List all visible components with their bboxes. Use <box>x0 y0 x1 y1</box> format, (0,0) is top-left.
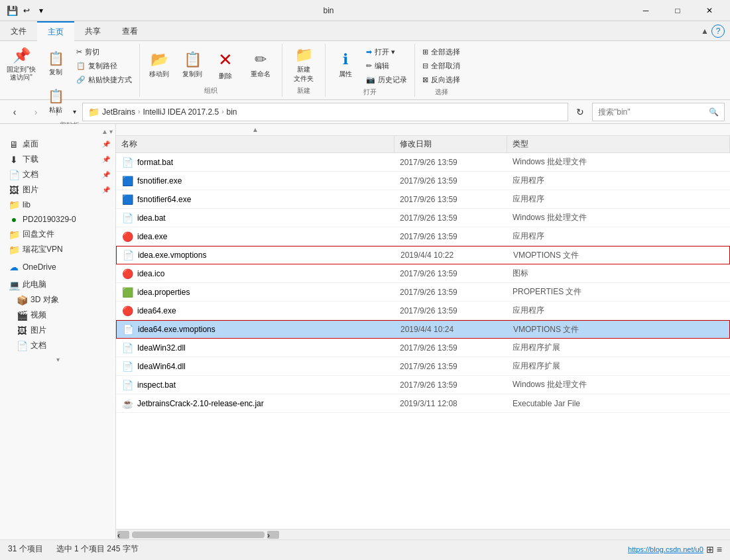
paste-shortcut-button[interactable]: 🔗 粘贴快捷方式 <box>73 73 135 86</box>
file-row[interactable]: 📄 IdeaWin32.dll 2017/9/26 13:59 应用程序扩展 <box>116 339 730 357</box>
sidebar-item-documents2[interactable]: 📄 文档 <box>0 338 115 353</box>
file-row-idea-vmoptions[interactable]: 📄 idea.exe.vmoptions 2019/4/4 10:22 VMOP… <box>116 246 730 264</box>
minimize-button[interactable]: ─ <box>631 0 661 21</box>
file-row[interactable]: 📄 idea.bat 2017/9/26 13:59 Windows 批处理文件 <box>116 209 730 227</box>
forward-button[interactable]: › <box>27 103 45 121</box>
open-arrow-icon: ➡ <box>366 48 372 56</box>
file-row[interactable]: 🟦 fsnotifier64.exe 2017/9/26 13:59 应用程序 <box>116 190 730 209</box>
desktop-pin-icon: 📌 <box>102 140 110 148</box>
move-to-button[interactable]: 📂 移动到 <box>144 45 174 85</box>
address-part-idea[interactable]: IntelliJ IDEA 2017.2.5 <box>143 107 219 117</box>
help-icon[interactable]: ? <box>711 25 725 38</box>
file-type: Windows 批处理文件 <box>507 379 730 390</box>
address-part-jetbrains[interactable]: JetBrains <box>102 107 135 117</box>
vpn-icon: 📁 <box>8 245 20 255</box>
cut-button[interactable]: ✂ 剪切 <box>73 45 135 58</box>
delete-button[interactable]: ✕ 删除 <box>210 45 241 85</box>
history-button[interactable]: 📷 历史记录 <box>363 73 410 86</box>
address-bar[interactable]: 📁 JetBrains › IntelliJ IDEA 2017.2.5 › b… <box>82 103 568 121</box>
select-none-button[interactable]: ⊟ 全部取消 <box>419 59 463 72</box>
file-row[interactable]: 🔴 idea.exe 2017/9/26 13:59 应用程序 <box>116 227 730 246</box>
sidebar-item-pictures[interactable]: 🖼 图片 📌 <box>0 182 115 197</box>
back-button[interactable]: ‹ <box>5 103 24 121</box>
file-name-idea-exe: 🔴 idea.exe <box>116 231 395 242</box>
select-small-buttons: ⊞ 全部选择 ⊟ 全部取消 ⊠ 反向选择 <box>419 45 463 86</box>
select-all-button[interactable]: ⊞ 全部选择 <box>419 45 463 58</box>
pin-label: 固定到"快速访问" <box>7 66 36 82</box>
quick-save-icon[interactable]: 💾 <box>5 4 19 17</box>
sidebar-item-hudisk[interactable]: 📁 回盘文件 <box>0 227 115 242</box>
cut-icon: ✂ <box>76 48 82 56</box>
rename-button[interactable]: ✏ 重命名 <box>243 45 278 85</box>
file-row[interactable]: 🟩 idea.properties 2017/9/26 13:59 PROPER… <box>116 283 730 302</box>
view-icon-grid[interactable]: ⊞ <box>706 544 714 555</box>
copy-to-button[interactable]: 📋 复制到 <box>177 45 208 85</box>
properties-label: 属性 <box>339 70 352 79</box>
address-part-bin[interactable]: bin <box>226 107 237 117</box>
col-header-name[interactable]: 名称 <box>116 136 395 153</box>
sidebar-item-pd[interactable]: ● PD20190329-0 <box>0 212 115 227</box>
col-sort-up-icon[interactable]: ▲ <box>252 126 259 133</box>
sidebar-item-pictures2[interactable]: 🖼 图片 <box>0 323 115 338</box>
sidebar-item-video[interactable]: 🎬 视频 <box>0 308 115 323</box>
sidebar-item-onedrive[interactable]: ☁ OneDrive <box>0 260 115 274</box>
open-group-label: 打开 <box>363 87 377 97</box>
open-button[interactable]: ➡ 打开 ▾ <box>363 45 410 58</box>
pin-to-quickaccess-button[interactable]: 📌 固定到"快速访问" <box>4 45 38 84</box>
file-row[interactable]: 📄 IdeaWin64.dll 2017/9/26 13:59 应用程序扩展 <box>116 357 730 376</box>
file-row[interactable]: 📄 format.bat 2017/9/26 13:59 Windows 批处理… <box>116 153 730 172</box>
nav-bar: ‹ › ↑ ▾ 📁 JetBrains › IntelliJ IDEA 2017… <box>0 100 730 124</box>
sidebar-item-lib[interactable]: 📁 lib <box>0 197 115 212</box>
tab-home[interactable]: 主页 <box>37 21 74 41</box>
sidebar-more-icon[interactable]: ▾ <box>56 356 60 363</box>
col-header-date[interactable]: 修改日期 <box>395 136 507 153</box>
sidebar-collapse-icon[interactable]: ▲ <box>101 128 108 135</box>
edit-button[interactable]: ✏ 编辑 <box>363 59 410 72</box>
recent-locations-button[interactable]: ▾ <box>69 103 80 121</box>
close-button[interactable]: ✕ <box>694 0 725 21</box>
file-row-idea64-vmoptions[interactable]: 📄 idea64.exe.vmoptions 2019/4/4 10:24 VM… <box>116 320 730 339</box>
file-row[interactable]: ☕ JetbrainsCrack-2.10-release-enc.jar 20… <box>116 394 730 413</box>
edit-icon: ✏ <box>366 62 372 70</box>
up-button[interactable]: ↑ <box>48 103 66 121</box>
sidebar-item-desktop[interactable]: 🖥 桌面 📌 <box>0 137 115 152</box>
file-date: 2017/9/26 13:59 <box>395 213 507 223</box>
h-scroll-thumb[interactable] <box>132 532 265 538</box>
search-input[interactable] <box>598 107 706 117</box>
file-row[interactable]: 🔴 idea64.exe 2017/9/26 13:59 应用程序 <box>116 302 730 320</box>
sidebar-item-downloads[interactable]: ⬇ 下载 📌 <box>0 152 115 167</box>
file-row[interactable]: 🟦 fsnotifier.exe 2017/9/26 13:59 应用程序 <box>116 172 730 190</box>
horizontal-scrollbar[interactable]: ‹ › <box>116 529 730 539</box>
sidebar-expand-icon[interactable]: ▾ <box>109 128 113 135</box>
sidebar-item-thispc[interactable]: 💻 此电脑 <box>0 277 115 292</box>
file-name-idea-vmoptions: 📄 idea.exe.vmoptions <box>117 250 395 260</box>
properties-button[interactable]: ℹ 属性 <box>330 45 361 85</box>
new-folder-button[interactable]: 📁 新建文件夹 <box>286 45 321 85</box>
properties-icon: ℹ <box>343 51 348 68</box>
copy-button[interactable]: 📋 复制 <box>40 45 72 82</box>
ribbon-collapse-icon[interactable]: ▲ <box>701 27 709 36</box>
status-link[interactable]: https://blog.csdn.net/u0 <box>628 545 703 553</box>
status-total-items: 31 个项目 <box>8 543 43 555</box>
h-scroll-left-btn[interactable]: ‹ <box>117 531 129 539</box>
tab-view[interactable]: 查看 <box>111 21 149 41</box>
refresh-button[interactable]: ↻ <box>571 103 589 121</box>
file-name-ideawin32: 📄 IdeaWin32.dll <box>116 343 395 353</box>
group-new-content: 📁 新建文件夹 <box>286 45 321 85</box>
col-header-type[interactable]: 类型 <box>507 136 730 153</box>
sidebar-item-documents[interactable]: 📄 文档 📌 <box>0 167 115 182</box>
tab-share[interactable]: 共享 <box>74 21 111 41</box>
sidebar-item-3d[interactable]: 📦 3D 对象 <box>0 292 115 308</box>
invert-select-button[interactable]: ⊠ 反向选择 <box>419 73 463 86</box>
search-bar[interactable]: 🔍 <box>592 103 725 121</box>
copy-path-icon: 📋 <box>76 62 86 70</box>
sidebar-item-vpn[interactable]: 📁 瑞花宝VPN <box>0 242 115 257</box>
tab-file[interactable]: 文件 <box>0 21 37 41</box>
view-icon-list[interactable]: ≡ <box>717 544 722 555</box>
file-row[interactable]: 🔴 idea.ico 2017/9/26 13:59 图标 <box>116 264 730 283</box>
maximize-button[interactable]: □ <box>662 0 693 21</box>
file-row[interactable]: 📄 inspect.bat 2017/9/26 13:59 Windows 批处… <box>116 376 730 394</box>
bat-file-icon: 📄 <box>121 213 133 223</box>
h-scroll-right-btn[interactable]: › <box>267 531 279 539</box>
copy-path-button[interactable]: 📋 复制路径 <box>73 59 135 72</box>
